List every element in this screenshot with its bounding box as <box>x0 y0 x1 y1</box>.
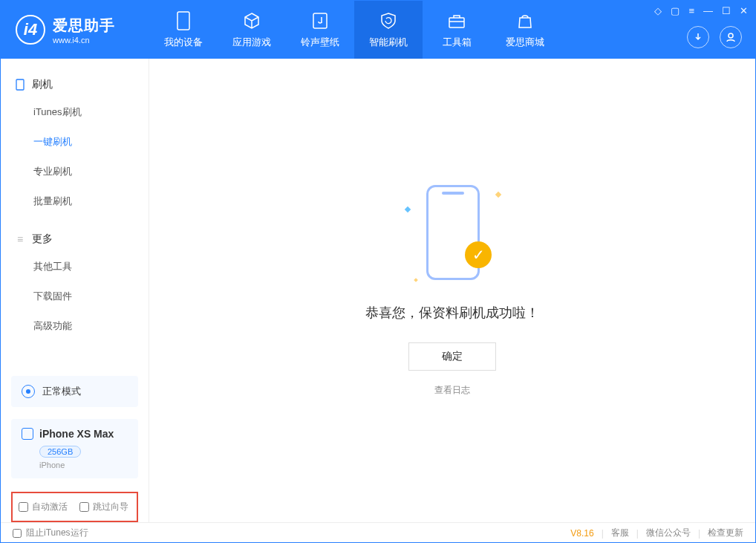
sidebar: 刷机 iTunes刷机 一键刷机 专业刷机 批量刷机 ≡ 更多 其他工具 下载固… <box>1 59 149 522</box>
logo: i4 爱思助手 www.i4.cn <box>1 15 149 45</box>
tab-store[interactable]: 爱思商城 <box>491 1 559 59</box>
toolbox-icon <box>446 10 467 31</box>
highlighted-options: 自动激活 跳过向导 <box>11 492 138 522</box>
success-message: 恭喜您，保资料刷机成功啦！ <box>365 304 539 322</box>
list-icon: ≡ <box>14 233 26 245</box>
sidebar-item-pro-flash[interactable]: 专业刷机 <box>1 157 149 186</box>
skin-icon[interactable]: ◇ <box>654 5 662 16</box>
maximize-button[interactable]: ☐ <box>722 5 731 16</box>
logo-icon: i4 <box>16 15 45 45</box>
tab-smart-flash[interactable]: 智能刷机 <box>354 1 423 59</box>
sidebar-item-itunes-flash[interactable]: iTunes刷机 <box>1 97 149 127</box>
app-subtitle: www.i4.cn <box>53 36 115 45</box>
music-note-icon <box>310 10 330 31</box>
sidebar-item-batch-flash[interactable]: 批量刷机 <box>1 186 149 216</box>
footer-link-wechat[interactable]: 微信公众号 <box>646 527 691 539</box>
checkbox-block-itunes[interactable]: 阻止iTunes运行 <box>13 527 88 539</box>
sidebar-item-advanced[interactable]: 高级功能 <box>1 311 149 341</box>
sidebar-item-download-firmware[interactable]: 下载固件 <box>1 282 149 311</box>
mode-icon <box>22 385 35 398</box>
phone-small-icon <box>22 428 33 440</box>
sidebar-section-more: ≡ 更多 <box>1 227 149 252</box>
device-storage: 256GB <box>39 446 81 458</box>
minimize-button[interactable]: — <box>703 5 713 16</box>
tab-toolbox[interactable]: 工具箱 <box>423 1 491 59</box>
cube-icon <box>241 10 262 31</box>
ok-button[interactable]: 确定 <box>408 342 496 371</box>
window-controls: ◇ ▢ ≡ — ☐ ✕ <box>654 5 748 16</box>
app-title: 爱思助手 <box>53 16 115 36</box>
phone-icon <box>173 10 194 31</box>
shield-refresh-icon <box>378 10 399 31</box>
tab-ringtones-wallpapers[interactable]: 铃声壁纸 <box>286 1 354 59</box>
svg-rect-4 <box>16 79 24 90</box>
sidebar-item-oneclick-flash[interactable]: 一键刷机 <box>1 127 149 157</box>
checkmark-badge-icon: ✓ <box>465 241 492 268</box>
nav-tabs: 我的设备 应用游戏 铃声壁纸 智能刷机 工具箱 爱思商城 <box>149 1 559 59</box>
sidebar-section-flash: 刷机 <box>1 72 149 97</box>
user-icon[interactable] <box>720 26 742 48</box>
menu-icon[interactable]: ≡ <box>688 5 694 16</box>
footer-link-service[interactable]: 客服 <box>611 527 629 539</box>
svg-rect-2 <box>449 18 464 27</box>
download-icon[interactable] <box>687 26 709 48</box>
device-icon <box>14 79 26 91</box>
tab-my-device[interactable]: 我的设备 <box>149 1 218 59</box>
checkbox-skip-guide[interactable]: 跳过向导 <box>79 501 128 513</box>
app-header: i4 爱思助手 www.i4.cn 我的设备 应用游戏 铃声壁纸 智能刷机 工具… <box>1 1 755 59</box>
checkbox-auto-activate[interactable]: 自动激活 <box>19 501 68 513</box>
main-content: ✓ 恭喜您，保资料刷机成功啦！ 确定 查看日志 <box>149 59 755 522</box>
view-log-link[interactable]: 查看日志 <box>434 384 470 397</box>
device-type: iPhone <box>39 461 128 469</box>
device-name: iPhone XS Max <box>39 428 114 440</box>
device-mode-card[interactable]: 正常模式 <box>11 376 138 407</box>
close-button[interactable]: ✕ <box>740 5 748 16</box>
success-illustration: ✓ <box>411 185 493 289</box>
svg-point-3 <box>729 33 733 38</box>
status-bar: 阻止iTunes运行 V8.16 | 客服 | 微信公众号 | 检查更新 <box>1 522 755 543</box>
bag-icon <box>515 10 535 31</box>
header-right-icons <box>687 26 742 48</box>
footer-link-update[interactable]: 检查更新 <box>708 527 743 539</box>
feedback-icon[interactable]: ▢ <box>671 5 680 16</box>
svg-rect-1 <box>313 13 327 28</box>
device-info-card[interactable]: iPhone XS Max 256GB iPhone <box>11 419 138 478</box>
sidebar-item-other-tools[interactable]: 其他工具 <box>1 252 149 282</box>
svg-rect-0 <box>177 12 189 30</box>
version-label: V8.16 <box>570 528 593 539</box>
tab-apps-games[interactable]: 应用游戏 <box>218 1 286 59</box>
